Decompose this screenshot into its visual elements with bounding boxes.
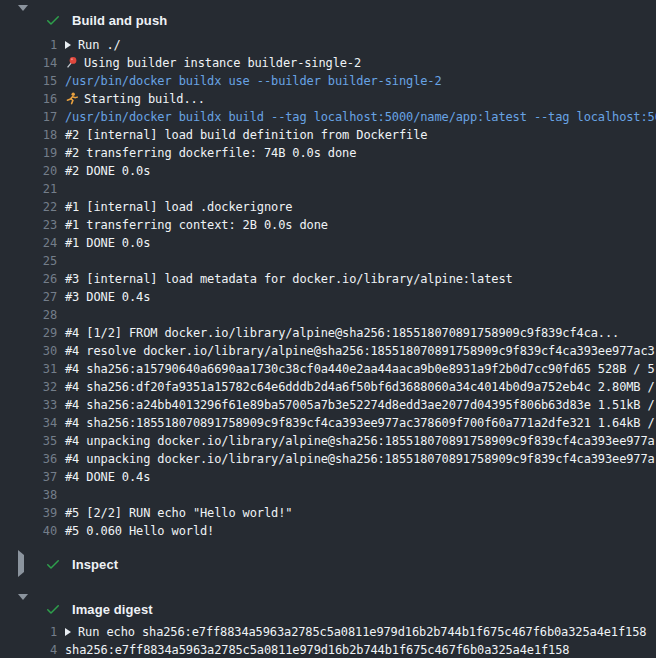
line-number[interactable]: 25 <box>0 252 57 270</box>
line-number[interactable]: 29 <box>0 324 57 342</box>
log-text: #2 [internal] load build definition from… <box>65 126 427 144</box>
step-title: Build and push <box>72 13 167 28</box>
log-text: #1 [internal] load .dockerignore <box>65 198 292 216</box>
workflow-log-view: Build and push 1Run ./14Using builder in… <box>0 0 656 658</box>
log-line: 32#4 sha256:df20fa9351a15782c64e6dddb2d4… <box>0 378 656 396</box>
log-text: #4 DONE 0.4s <box>65 468 150 486</box>
log-line: 37#4 DONE 0.4s <box>0 468 656 486</box>
collapse-chevron-icon[interactable] <box>18 11 30 29</box>
step-title: Image digest <box>72 602 153 617</box>
line-number[interactable]: 40 <box>0 522 57 540</box>
log-line: 31#4 sha256:a15790640a6690aa1730c38cf0a4… <box>0 360 656 378</box>
line-number[interactable]: 31 <box>0 360 57 378</box>
log-text: sha256:e7ff8834a5963a2785c5a0811e979d16b… <box>65 641 569 658</box>
log-text: #4 resolve docker.io/library/alpine@sha2… <box>65 342 655 360</box>
log-text: Using builder instance builder-single-2 <box>65 54 361 72</box>
log-line: 19#2 transferring dockerfile: 74B 0.0s d… <box>0 144 656 162</box>
log-line: 1Run echo sha256:e7ff8834a5963a2785c5a08… <box>0 623 656 641</box>
line-number[interactable]: 20 <box>0 162 57 180</box>
log-text: Starting build... <box>65 90 205 108</box>
line-number[interactable]: 36 <box>0 450 57 468</box>
step-header-image-digest[interactable]: Image digest <box>0 597 656 621</box>
log-text: #1 transferring context: 2B 0.0s done <box>65 216 328 234</box>
log-line: 20#2 DONE 0.0s <box>0 162 656 180</box>
line-number[interactable]: 27 <box>0 288 57 306</box>
log-line: 24#1 DONE 0.0s <box>0 234 656 252</box>
log-line: 23#1 transferring context: 2B 0.0s done <box>0 216 656 234</box>
line-number[interactable]: 1 <box>0 623 57 641</box>
line-number[interactable]: 38 <box>0 486 57 504</box>
line-number[interactable]: 23 <box>0 216 57 234</box>
log-line: 29#4 [1/2] FROM docker.io/library/alpine… <box>0 324 656 342</box>
expand-run-icon[interactable] <box>65 628 71 636</box>
log-line: 38 <box>0 486 656 504</box>
line-number[interactable]: 35 <box>0 432 57 450</box>
line-number[interactable]: 32 <box>0 378 57 396</box>
line-number[interactable]: 26 <box>0 270 57 288</box>
log-text: #5 0.060 Hello world! <box>65 522 214 540</box>
line-number[interactable]: 33 <box>0 396 57 414</box>
log-line: 4sha256:e7ff8834a5963a2785c5a0811e979d16… <box>0 641 656 658</box>
log-text: #3 [internal] load metadata for docker.i… <box>65 270 513 288</box>
line-number[interactable]: 17 <box>0 108 57 126</box>
log-line: 22#1 [internal] load .dockerignore <box>0 198 656 216</box>
log-text: #5 [2/2] RUN echo "Hello world!" <box>65 504 292 522</box>
line-number[interactable]: 19 <box>0 144 57 162</box>
log-line: 39#5 [2/2] RUN echo "Hello world!" <box>0 504 656 522</box>
line-number[interactable]: 22 <box>0 198 57 216</box>
log-line: 40#5 0.060 Hello world! <box>0 522 656 540</box>
step-title: Inspect <box>72 557 118 572</box>
line-number[interactable]: 39 <box>0 504 57 522</box>
log-text: #4 unpacking docker.io/library/alpine@sh… <box>65 450 655 468</box>
log-line: 25 <box>0 252 656 270</box>
log-text: Run ./ <box>65 36 121 54</box>
line-number[interactable]: 14 <box>0 54 57 72</box>
log-line: 16Starting build... <box>0 90 656 108</box>
log-line: 33#4 sha256:a24bb4013296f61e89ba57005a7b… <box>0 396 656 414</box>
success-check-icon <box>45 12 61 28</box>
log-line: 15/usr/bin/docker buildx use --builder b… <box>0 72 656 90</box>
log-line: 36#4 unpacking docker.io/library/alpine@… <box>0 450 656 468</box>
log-text: #4 sha256:df20fa9351a15782c64e6dddb2d4a6… <box>65 378 655 396</box>
log-text: #2 transferring dockerfile: 74B 0.0s don… <box>65 144 356 162</box>
success-check-icon <box>45 556 61 572</box>
log-line: 26#3 [internal] load metadata for docker… <box>0 270 656 288</box>
line-number[interactable]: 30 <box>0 342 57 360</box>
line-number[interactable]: 16 <box>0 90 57 108</box>
line-number[interactable]: 28 <box>0 306 57 324</box>
log-text: #1 DONE 0.0s <box>65 234 150 252</box>
line-number[interactable]: 18 <box>0 126 57 144</box>
log-line: 34#4 sha256:185518070891758909c9f839cf4c… <box>0 414 656 432</box>
line-number[interactable]: 34 <box>0 414 57 432</box>
step-header-build-and-push[interactable]: Build and push <box>0 8 656 32</box>
log-line: 30#4 resolve docker.io/library/alpine@sh… <box>0 342 656 360</box>
line-number[interactable]: 15 <box>0 72 57 90</box>
collapse-chevron-icon[interactable] <box>18 600 30 618</box>
line-number[interactable]: 21 <box>0 180 57 198</box>
log-text: #4 sha256:185518070891758909c9f839cf4ca3… <box>65 414 655 432</box>
line-number[interactable]: 24 <box>0 234 57 252</box>
line-number[interactable]: 4 <box>0 641 57 658</box>
log-line: 21 <box>0 180 656 198</box>
line-number[interactable]: 1 <box>0 36 57 54</box>
log-text: /usr/bin/docker buildx build --tag local… <box>65 108 656 126</box>
log-line: 18#2 [internal] load build definition fr… <box>0 126 656 144</box>
log-text: /usr/bin/docker buildx use --builder bui… <box>65 72 442 90</box>
log-text: #2 DONE 0.0s <box>65 162 150 180</box>
log-text: #4 unpacking docker.io/library/alpine@sh… <box>65 432 655 450</box>
line-number[interactable]: 37 <box>0 468 57 486</box>
log-line: 1Run ./ <box>0 36 656 54</box>
expand-chevron-icon[interactable] <box>18 555 30 573</box>
runner-icon <box>65 92 78 105</box>
step-header-inspect[interactable]: Inspect <box>0 552 656 576</box>
step-log-lines: 1Run ./14Using builder instance builder-… <box>0 36 656 540</box>
pushpin-icon <box>65 56 78 69</box>
log-line: 14Using builder instance builder-single-… <box>0 54 656 72</box>
log-line: 17/usr/bin/docker buildx build --tag loc… <box>0 108 656 126</box>
log-text: #4 [1/2] FROM docker.io/library/alpine@s… <box>65 324 619 342</box>
log-text: #4 sha256:a24bb4013296f61e89ba57005a7b3e… <box>65 396 655 414</box>
log-line: 27#3 DONE 0.4s <box>0 288 656 306</box>
log-line: 35#4 unpacking docker.io/library/alpine@… <box>0 432 656 450</box>
expand-run-icon[interactable] <box>65 41 71 49</box>
success-check-icon <box>45 601 61 617</box>
